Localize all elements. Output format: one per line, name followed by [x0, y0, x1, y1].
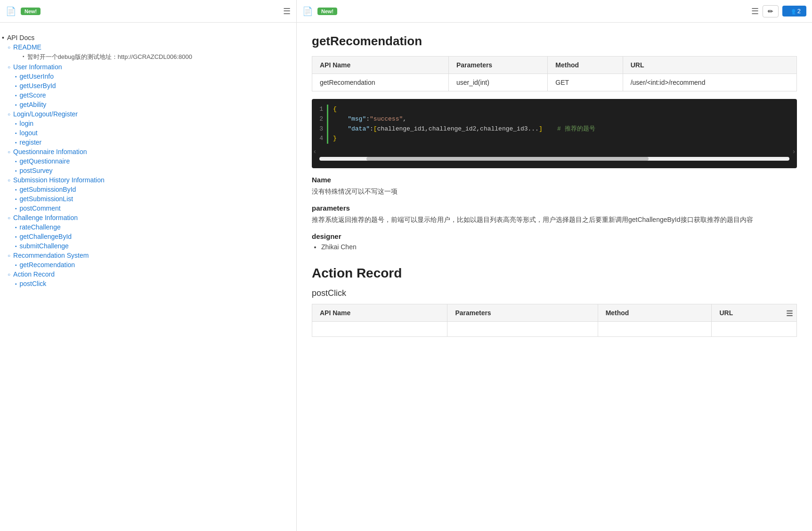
menu-icon-right[interactable]: ☰ [751, 6, 759, 16]
tree-postcomment[interactable]: postComment [0, 204, 296, 213]
th-parameters: Parameters [448, 57, 547, 74]
tree-item-actionrecord: Action Record postClick [0, 270, 296, 288]
tree-getuserbyid[interactable]: getUserById [0, 81, 296, 90]
tree-item-apidocs: API Docs README 暂时开一个debug版的测试地址：http://… [0, 33, 296, 288]
parameters-label: parameters [312, 204, 797, 212]
tree-item-login: Login/Logout/Register login logout regis… [0, 109, 296, 147]
left-content: API Docs README 暂时开一个debug版的测试地址：http://… [0, 23, 296, 531]
tree-item-challenge: Challenge Information rateChallenge getC… [0, 213, 296, 251]
tree-postsurvey[interactable]: postSurvey [0, 166, 296, 175]
th2-parameters: Parameters [447, 304, 598, 322]
scroll-right[interactable]: › [793, 147, 795, 155]
tree-actionrecord-label[interactable]: Action Record [0, 270, 296, 279]
line-bar-2 [327, 114, 328, 124]
tree-item-readme: README 暂时开一个debug版的测试地址：http://GCRAZCDL0… [0, 42, 296, 61]
line-num-4: 4 [312, 134, 327, 144]
tree-challenge-label[interactable]: Challenge Information [0, 213, 296, 222]
code-content-1: { [333, 105, 337, 114]
code-line-3: 3 "data":[challenge_id1,challenge_id2,ch… [312, 124, 797, 134]
right-content: getRecomendation API Name Parameters Met… [297, 23, 812, 531]
designer-label: designer [312, 232, 797, 240]
tree-getscore[interactable]: getScore [0, 90, 296, 100]
tree-item-submission: Submission History Information getSubmis… [0, 175, 296, 213]
postclick-table-wrapper: API Name Parameters Method URL ☰ [312, 304, 797, 337]
td-parameters: user_id(int) [448, 74, 547, 91]
th-api-name: API Name [312, 57, 449, 74]
collab-button[interactable]: 👥 2 [782, 6, 806, 16]
th2-url: URL ☰ [712, 304, 797, 322]
scroll-left[interactable]: ‹ [314, 147, 316, 155]
tree-submitchallenge[interactable]: submitChallenge [0, 241, 296, 251]
left-panel: 📄 New! ☰ API Docs README 暂时开一个debug版的测试地… [0, 0, 297, 531]
action-record-title: Action Record [312, 266, 797, 281]
tree-item-recsys: Recommendation System getRecomendation [0, 251, 296, 270]
tree-getrecomendation[interactable]: getRecomendation [0, 260, 296, 270]
code-line-4: 4 } [312, 134, 797, 144]
tree-item-apidocs-label[interactable]: API Docs [0, 33, 296, 42]
new-badge-right: New! [317, 8, 337, 15]
tree-readme-label[interactable]: README [0, 42, 296, 52]
line-bar [327, 105, 328, 114]
th2-api-name: API Name [312, 304, 447, 322]
doc-icon: 📄 [6, 6, 16, 16]
tree-login[interactable]: login [0, 119, 296, 128]
edit-button[interactable]: ✏ [763, 5, 779, 17]
main-title: getRecomendation [312, 34, 797, 49]
name-label: Name [312, 176, 797, 184]
tree-ratechallenge[interactable]: rateChallenge [0, 222, 296, 232]
code-line-2: 2 "msg":"success", [312, 114, 797, 124]
tree-getsubmissionlist[interactable]: getSubmissionList [0, 194, 296, 204]
right-panel: 📄 New! ☰ ✏ 👥 2 getRecomendation API Name… [297, 0, 812, 531]
line-num-1: 1 [312, 105, 327, 114]
tree-item-userinfo: User Information getUserInfo getUserById… [0, 62, 296, 109]
tree-getsubmissionbyid[interactable]: getSubmissionById [0, 185, 296, 194]
scrollbar-track[interactable] [319, 157, 789, 161]
tree-questionnaire-label[interactable]: Questionnaire Infomation [0, 147, 296, 156]
tree-register[interactable]: register [0, 138, 296, 147]
parameters-value: 推荐系统返回推荐的题号，前端可以显示给用户，比如以题目列表高亮等形式，用户选择题… [312, 215, 797, 225]
tree-recsys-label[interactable]: Recommendation System [0, 251, 296, 260]
th2-method: Method [598, 304, 712, 322]
menu-icon-left[interactable]: ☰ [283, 6, 291, 16]
th-url: URL [623, 57, 796, 74]
scroll-nav: ‹ › [312, 147, 797, 155]
readme-note-text: 暂时开一个debug版的测试地址：http://GCRAZCDL006:8000 [27, 53, 192, 61]
tree-getquestionnaire[interactable]: getQuestionnaire [0, 156, 296, 166]
tree-submission-label[interactable]: Submission History Information [0, 175, 296, 185]
name-value: 没有特殊情况可以不写这一项 [312, 187, 797, 196]
line-bar-4 [327, 134, 328, 144]
td-method: GET [548, 74, 623, 91]
tree-getability[interactable]: getAbility [0, 100, 296, 109]
code-content-4: } [333, 134, 337, 144]
new-badge-left: New! [21, 8, 41, 15]
th-method: Method [548, 57, 623, 74]
designer-item: Zhikai Chen [321, 243, 797, 251]
line-bar-3 [327, 124, 328, 134]
tree-root: API Docs README 暂时开一个debug版的测试地址：http://… [0, 30, 296, 291]
tree-children: README 暂时开一个debug版的测试地址：http://GCRAZCDL0… [0, 42, 296, 288]
tree-postclick[interactable]: postClick [0, 279, 296, 288]
designer-list: Zhikai Chen [312, 243, 797, 251]
td-url: /user/<int:id>/recommend [623, 74, 796, 91]
tree-getuserinfo[interactable]: getUserInfo [0, 72, 296, 81]
code-content-3: "data":[challenge_id1,challenge_id2,chal… [333, 124, 595, 134]
postclick-td-empty [312, 322, 447, 337]
table-menu-icon[interactable]: ☰ [786, 309, 793, 318]
line-num-2: 2 [312, 114, 327, 124]
code-line-1: 1 { [312, 105, 797, 114]
doc-icon-right: 📄 [302, 6, 313, 16]
tree-getchallengebyid[interactable]: getChallengeById [0, 232, 296, 241]
tree-login-label[interactable]: Login/Logout/Register [0, 109, 296, 119]
tree-userinfo-label[interactable]: User Information [0, 62, 296, 72]
tree-readme-note: 暂时开一个debug版的测试地址：http://GCRAZCDL006:8000 [0, 53, 296, 61]
code-content-2: "msg":"success", [333, 114, 406, 124]
table-row: getRecomendation user_id(int) GET /user/… [312, 74, 797, 91]
postclick-table: API Name Parameters Method URL ☰ [312, 304, 797, 337]
scrollbar-thumb [366, 157, 649, 161]
line-num-3: 3 [312, 124, 327, 134]
tree-item-questionnaire: Questionnaire Infomation getQuestionnair… [0, 147, 296, 175]
api-table: API Name Parameters Method URL getRecome… [312, 56, 797, 91]
code-block: 1 { 2 "msg":"success", 3 "data":[challen… [312, 99, 797, 168]
tree-logout[interactable]: logout [0, 128, 296, 138]
postclick-title: postClick [312, 288, 797, 298]
